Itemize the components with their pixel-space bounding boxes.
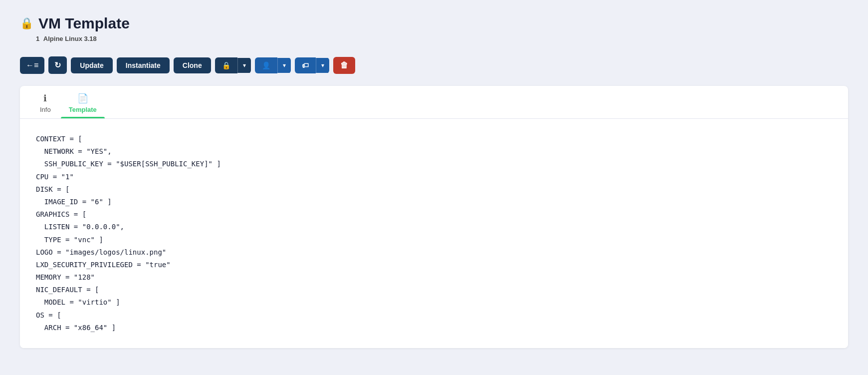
lock-btn-icon: 🔒 [222,61,230,69]
page-subtitle: 1 Alpine Linux 3.18 [36,35,848,42]
user-caret-button[interactable]: ▾ [277,58,291,73]
user-main-button[interactable]: 👤 [255,57,277,73]
template-code: CONTEXT = [ NETWORK = "YES", SSH_PUBLIC_… [36,133,832,334]
user-btn-icon: 👤 [262,61,270,69]
info-tab-label: Info [40,106,51,113]
update-button[interactable]: Update [71,57,112,73]
toolbar: ←≡ ↻ Update Instantiate Clone 🔒 ▾ 👤 ▾ 🏷 … [20,56,848,74]
instantiate-button[interactable]: Instantiate [117,57,170,73]
back-button[interactable]: ←≡ [20,57,44,74]
vm-name: Alpine Linux 3.18 [43,35,97,42]
tab-bar: ℹ Info 📄 Template [20,86,848,119]
tag-main-button[interactable]: 🏷 [295,57,316,73]
lock-split-button[interactable]: 🔒 ▾ [215,57,251,73]
template-tab-label: Template [69,106,97,113]
refresh-button[interactable]: ↻ [48,56,67,74]
user-split-button[interactable]: 👤 ▾ [255,57,291,73]
delete-icon: 🗑 [340,61,348,70]
clone-button[interactable]: Clone [174,57,211,73]
code-content: CONTEXT = [ NETWORK = "YES", SSH_PUBLIC_… [20,119,848,348]
lock-main-button[interactable]: 🔒 [215,57,237,73]
vm-id: 1 [36,35,39,42]
tab-template[interactable]: 📄 Template [61,86,105,118]
tab-info[interactable]: ℹ Info [32,86,59,118]
template-tab-icon: 📄 [77,93,88,104]
lock-icon: 🔒 [20,17,33,30]
tag-caret-button[interactable]: ▾ [316,58,329,73]
tag-btn-icon: 🏷 [302,61,309,69]
content-card: ℹ Info 📄 Template CONTEXT = [ NETWORK = … [20,86,848,348]
lock-caret-button[interactable]: ▾ [237,58,251,73]
info-tab-icon: ℹ [43,93,47,104]
delete-button[interactable]: 🗑 [333,57,355,74]
page-title: VM Template [38,15,130,32]
page-header: 🔒 VM Template 1 Alpine Linux 3.18 [20,15,848,42]
tag-split-button[interactable]: 🏷 ▾ [295,57,329,73]
